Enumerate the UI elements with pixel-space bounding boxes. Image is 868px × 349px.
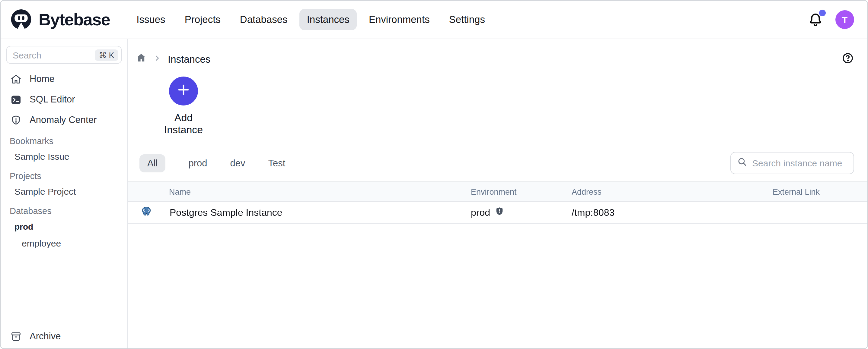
tab-all[interactable]: All <box>140 154 165 172</box>
sidebar-item-anomaly-center[interactable]: Anomaly Center <box>1 110 127 130</box>
sidebar-item-db-employee[interactable]: employee <box>1 235 127 252</box>
environment-name: prod <box>471 207 490 218</box>
sidebar-section-bookmarks: Bookmarks Sample Issue <box>1 134 127 165</box>
search-shortcut-badge: ⌘ K <box>94 49 118 61</box>
tab-prod[interactable]: prod <box>188 158 207 169</box>
sidebar-footer: Archive <box>1 326 127 347</box>
home-icon <box>10 73 22 85</box>
sidebar-section-projects: Projects Sample Project <box>1 169 127 200</box>
archive-icon <box>10 330 22 342</box>
sidebar-item-home[interactable]: Home <box>1 69 127 89</box>
sidebar-item-env-prod[interactable]: prod <box>1 218 127 235</box>
instances-table: Name Environment Address External Link <box>128 181 867 223</box>
breadcrumb-current[interactable]: Instances <box>168 54 210 65</box>
column-header-address: Address <box>571 187 773 196</box>
brand[interactable]: Bytebase <box>9 7 110 32</box>
sidebar: ⌘ K Home <box>1 39 128 349</box>
add-instance-label: Add Instance <box>155 112 213 136</box>
cell-name: Postgres Sample Instance <box>128 206 471 219</box>
sidebar-item-label: Archive <box>30 331 61 342</box>
main-content: Instances <box>128 39 867 349</box>
nav-item-instances[interactable]: Instances <box>300 9 357 30</box>
tab-dev[interactable]: dev <box>230 158 245 169</box>
add-instance-button[interactable] <box>169 76 198 105</box>
sidebar-search-box[interactable]: ⌘ K <box>6 46 122 64</box>
bytebase-logo-icon <box>9 7 33 32</box>
column-header-external-link: External Link <box>773 187 867 196</box>
nav-item-projects[interactable]: Projects <box>178 9 228 30</box>
plus-icon <box>176 82 191 100</box>
nav-item-issues[interactable]: Issues <box>129 9 172 30</box>
cell-environment: prod <box>471 207 571 218</box>
column-header-name: Name <box>128 187 471 196</box>
filter-row: All prod dev Test <box>136 152 854 174</box>
chevron-right-icon <box>153 54 161 65</box>
sidebar-section-databases: Databases prod employee <box>1 204 127 252</box>
postgresql-icon <box>141 206 152 219</box>
nav-item-environments[interactable]: Environments <box>362 9 437 30</box>
top-navbar: Bytebase Issues Projects Databases Insta… <box>1 1 867 39</box>
table-header: Name Environment Address External Link <box>128 181 867 202</box>
breadcrumb: Instances <box>136 53 854 66</box>
section-label: Bookmarks <box>1 134 127 148</box>
cell-address: /tmp:8083 <box>571 207 773 218</box>
avatar[interactable]: T <box>835 10 854 29</box>
add-instance: Add Instance <box>155 76 213 136</box>
search-icon <box>737 157 747 169</box>
sidebar-item-label: SQL Editor <box>30 94 75 105</box>
tab-test[interactable]: Test <box>268 158 285 169</box>
sidebar-item-label: Home <box>30 74 55 84</box>
sidebar-item-archive[interactable]: Archive <box>1 326 127 347</box>
sidebar-item-sql-editor[interactable]: SQL Editor <box>1 89 127 110</box>
section-label: Projects <box>1 169 127 183</box>
sidebar-item-sample-project[interactable]: Sample Project <box>1 183 127 200</box>
sidebar-item-label: Anomaly Center <box>30 114 97 126</box>
shield-alert-icon <box>10 114 22 126</box>
brand-name: Bytebase <box>39 10 110 29</box>
instance-search-box[interactable] <box>731 152 854 174</box>
instance-name: Postgres Sample Instance <box>169 207 282 218</box>
table-row[interactable]: Postgres Sample Instance prod /tmp:808 <box>128 202 867 223</box>
terminal-icon <box>10 94 22 105</box>
instance-search-input[interactable] <box>752 158 847 168</box>
sidebar-search-input[interactable] <box>13 50 94 60</box>
section-label: Databases <box>1 204 127 218</box>
shield-icon <box>495 207 504 218</box>
column-header-environment: Environment <box>471 187 571 196</box>
bell-icon <box>808 19 823 29</box>
bytebase-window: Bytebase Issues Projects Databases Insta… <box>0 0 868 349</box>
breadcrumb-home-icon[interactable] <box>136 53 147 66</box>
help-button[interactable] <box>841 51 854 67</box>
sidebar-item-sample-issue[interactable]: Sample Issue <box>1 148 127 165</box>
main-nav: Issues Projects Databases Instances Envi… <box>129 9 492 30</box>
sidebar-nav: Home SQL Editor <box>1 69 127 130</box>
navbar-right: T <box>808 10 854 29</box>
nav-item-databases[interactable]: Databases <box>233 9 295 30</box>
nav-item-settings[interactable]: Settings <box>442 9 492 30</box>
notification-button[interactable] <box>808 12 823 27</box>
circle-question-icon <box>841 51 854 67</box>
notification-dot <box>819 9 826 16</box>
